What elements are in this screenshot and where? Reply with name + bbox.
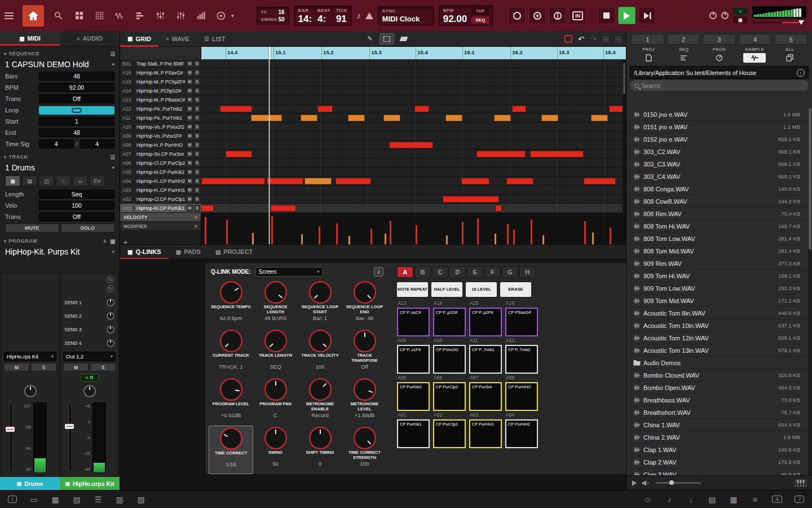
track-mute-button[interactable]: M xyxy=(187,69,193,76)
automation-write-icon[interactable]: ↻ xyxy=(107,276,114,283)
qlink-mode-select[interactable]: Screen▾ xyxy=(255,267,323,277)
modifier-lane-tab[interactable]: MODIFIER≈ xyxy=(120,222,201,231)
sync-display[interactable]: SYNC MIDI Clock xyxy=(378,6,434,25)
track-row[interactable]: A11HipHop-Pe..PurTmb1MS xyxy=(120,113,201,122)
pad-a02[interactable]: CP PurClp1 xyxy=(433,419,466,448)
strip-solo-button[interactable]: S xyxy=(90,363,116,371)
note-clip[interactable] xyxy=(414,106,429,112)
folder-up-icon[interactable]: ↑ xyxy=(797,69,805,77)
timeline-ruler[interactable]: 14.415.115.215.315.416.116.216.316.4 xyxy=(201,47,626,59)
timeline-playhead[interactable] xyxy=(269,47,271,59)
track-solo-button[interactable]: S xyxy=(194,124,200,130)
track-solo-button[interactable]: S xyxy=(194,160,200,167)
track-mute-button[interactable]: M xyxy=(187,187,193,194)
xyfx-icon[interactable]: ▧ xyxy=(136,495,145,504)
track-mute-button[interactable]: M xyxy=(187,205,193,212)
sequence-section-header[interactable]: ▾ SEQUENCE ☰ xyxy=(0,49,120,58)
preview-play-icon[interactable] xyxy=(632,480,637,486)
erase-button[interactable]: ERASE xyxy=(500,282,531,297)
track-row[interactable]: A16HipHop-M..P PSaxG#MS xyxy=(120,68,201,77)
tap-tempo-button[interactable]: TAP xyxy=(471,7,489,15)
tab-project[interactable]: ▤PROJECT xyxy=(208,244,260,260)
velocity-lane[interactable] xyxy=(201,213,626,248)
note-clip[interactable] xyxy=(201,178,265,185)
file-row[interactable]: Clap 3.WAV85.8 KB xyxy=(626,468,808,475)
record-in-button[interactable]: IN xyxy=(569,7,586,24)
velocity-bar[interactable] xyxy=(584,221,586,248)
stop-button[interactable] xyxy=(598,7,615,24)
track-mute-button[interactable]: M xyxy=(187,124,193,130)
record-button[interactable] xyxy=(508,7,526,24)
channel-strip-icon[interactable]: ▤ xyxy=(72,495,81,504)
file-row[interactable]: Breathbass.WAV73.8 KB xyxy=(626,394,808,406)
midi-program-icon[interactable]: ⌂ xyxy=(56,176,71,186)
pad-bank-e[interactable]: E xyxy=(467,266,483,278)
pad-a06[interactable]: CP PurClp2 xyxy=(433,382,466,411)
note-clip[interactable] xyxy=(530,151,584,157)
track-mute-button[interactable]: MUTE xyxy=(5,224,59,233)
track-solo-button[interactable]: S xyxy=(194,115,200,121)
pad-a08[interactable]: CP PurHHO xyxy=(505,382,538,411)
track-mute-button[interactable]: M xyxy=(187,142,193,148)
sequence-param-trans-value[interactable]: Off xyxy=(39,94,114,103)
browser-tab-3[interactable]: 3 xyxy=(703,34,736,45)
file-row[interactable]: 808 Tom Low.WAV281.4 KB xyxy=(626,233,808,245)
pad-bank-b[interactable]: B xyxy=(414,266,431,278)
track-solo-button[interactable]: S xyxy=(194,142,200,148)
note-clip[interactable] xyxy=(201,205,214,212)
send-knob[interactable] xyxy=(107,299,114,306)
file-row[interactable]: Bombo Closed.WAV318.8 KB xyxy=(626,369,808,382)
note-clip[interactable] xyxy=(445,115,462,121)
automation-read-icon[interactable]: ↻ xyxy=(107,285,114,292)
filter-prog[interactable]: PROG xyxy=(701,47,737,63)
notes-icon[interactable]: ♪ xyxy=(665,495,674,504)
note-clip[interactable] xyxy=(591,115,608,121)
mixer-icon[interactable]: ≡ xyxy=(751,495,760,504)
pad-a01[interactable]: CP PurKik1 xyxy=(397,419,430,448)
menu-icon[interactable] xyxy=(0,7,18,25)
seq-tempo-button[interactable]: SEQ xyxy=(471,16,489,24)
sequence-param-end-value[interactable]: 48 xyxy=(39,128,114,137)
track-row[interactable]: B01Trap Stab..P Pre 808FMS xyxy=(120,59,201,68)
file-row[interactable]: Acoustic Tom 12in.WAV588.1 KB xyxy=(626,332,808,344)
file-row[interactable]: 909 Tom Hi.WAV189.1 KB xyxy=(626,270,808,282)
browser-icon[interactable] xyxy=(50,7,68,25)
automation-button[interactable]: ≈R xyxy=(80,374,98,382)
export-icon[interactable]: ↓ xyxy=(686,495,695,504)
timing-correct-display[interactable]: TC16 SWING50 xyxy=(257,7,289,25)
pad-a10[interactable]: CP PVox2G xyxy=(433,345,466,374)
zoom-vertical-icon[interactable]: ⊟ xyxy=(615,34,621,43)
file-row[interactable]: Clap 2.WAV175.9 KB xyxy=(626,456,808,468)
strip-program-select[interactable]: HipHo.rps Kit▾ xyxy=(4,352,56,361)
file-row[interactable]: Audio Demos xyxy=(626,357,808,369)
track-row[interactable]: A09HipHop-Vo..PVox1F#MS xyxy=(120,132,201,141)
pad-a15[interactable]: CP P..p2F# xyxy=(469,308,502,336)
pad-banks-icon[interactable]: ▦ xyxy=(51,495,60,504)
track-param-velo-value[interactable]: 100 xyxy=(39,201,114,210)
main-mode-icon[interactable] xyxy=(70,7,88,25)
track-solo-button[interactable]: S xyxy=(194,169,200,176)
note-clip[interactable] xyxy=(301,115,317,121)
pad-a13[interactable]: CP P..ssC# xyxy=(397,308,430,336)
sequence-menu-icon[interactable]: ☰ xyxy=(111,51,116,57)
timesig-denominator[interactable]: 4 xyxy=(80,139,114,148)
tab-pads[interactable]: ▦PADS xyxy=(169,244,208,260)
track-solo-button[interactable]: S xyxy=(194,78,200,85)
track-row[interactable]: A05HipHop-Ki.CP PurKik2MS xyxy=(120,168,201,177)
track-row[interactable]: A06HipHop-Cl.CP PurClp2MS xyxy=(120,159,201,168)
track-strip-tab[interactable]: ▦Drums xyxy=(0,477,60,490)
note-clip[interactable] xyxy=(506,178,533,185)
send-knob[interactable] xyxy=(107,339,114,347)
note-clip[interactable] xyxy=(609,106,624,112)
copy-program-icon[interactable]: ▣ xyxy=(110,238,116,244)
track-mute-button[interactable]: M xyxy=(187,106,193,112)
pad-mixer-icon[interactable] xyxy=(151,7,169,25)
qlink-knob[interactable] xyxy=(266,283,285,302)
track-row[interactable]: A15HipHop-M..P PChp2F#MS xyxy=(120,77,201,86)
master-volume-slider[interactable] xyxy=(752,20,806,25)
home-button[interactable] xyxy=(23,5,44,27)
program-selector[interactable]: HipHop-Kit. Purps Kit ▾ xyxy=(0,246,120,258)
qlink-knob[interactable] xyxy=(311,283,330,302)
file-row[interactable]: 909 Rim.WAV277.3 KB xyxy=(626,257,808,270)
pad-bank-h[interactable]: H xyxy=(519,266,536,278)
